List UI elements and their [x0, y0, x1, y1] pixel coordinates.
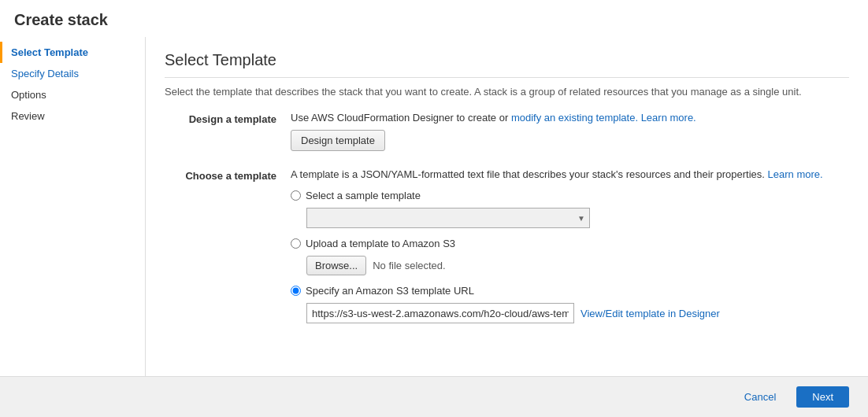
sample-template-option-label[interactable]: Select a sample template	[306, 190, 421, 201]
page-title: Create stack	[0, 0, 868, 37]
sidebar-item-select-template[interactable]: Select Template	[0, 42, 145, 63]
choose-template-desc: A template is a JSON/YAML-formatted text…	[291, 168, 849, 180]
s3url-template-option-label[interactable]: Specify an Amazon S3 template URL	[306, 285, 474, 297]
design-template-label: Design a template	[165, 112, 291, 151]
main-description: Select the template that describes the s…	[165, 86, 849, 98]
view-edit-template-link[interactable]: View/Edit template in Designer	[581, 308, 720, 319]
s3-url-input[interactable]	[306, 303, 574, 323]
choose-template-row: Choose a template A template is a JSON/Y…	[165, 168, 849, 323]
sidebar-item-specify-details[interactable]: Specify Details	[0, 63, 145, 84]
footer: Cancel Next	[0, 376, 868, 417]
sidebar: Select Template Specify Details Options …	[0, 37, 146, 413]
modify-existing-link[interactable]: modify an existing template.	[511, 112, 638, 124]
cancel-button[interactable]: Cancel	[732, 386, 788, 408]
no-file-selected-text: No file selected.	[373, 260, 446, 271]
design-template-button[interactable]: Design template	[291, 130, 385, 151]
design-learn-more-link[interactable]: Learn more.	[641, 112, 696, 124]
sample-template-option: Select a sample template	[291, 190, 849, 201]
s3url-template-radio[interactable]	[291, 286, 301, 296]
choose-template-label: Choose a template	[165, 168, 291, 323]
design-template-desc: Use AWS CloudFormation Designer to creat…	[291, 112, 849, 124]
sample-template-radio[interactable]	[291, 190, 301, 201]
choose-learn-more-link[interactable]: Learn more.	[768, 168, 823, 180]
browse-button[interactable]: Browse...	[306, 256, 366, 275]
main-section-title: Select Template	[165, 51, 849, 78]
choose-template-content: A template is a JSON/YAML-formatted text…	[291, 168, 849, 323]
next-button[interactable]: Next	[796, 386, 849, 408]
s3url-template-option: Specify an Amazon S3 template URL	[291, 285, 849, 297]
main-content: Select Template Select the template that…	[146, 37, 868, 413]
upload-template-radio[interactable]	[291, 238, 301, 249]
browse-row: Browse... No file selected.	[306, 256, 849, 275]
sidebar-item-review[interactable]: Review	[0, 105, 145, 127]
s3-url-row: View/Edit template in Designer	[306, 303, 849, 323]
design-template-row: Design a template Use AWS CloudFormation…	[165, 112, 849, 151]
sample-template-select[interactable]	[306, 208, 590, 228]
design-template-content: Use AWS CloudFormation Designer to creat…	[291, 112, 849, 151]
upload-template-option-label[interactable]: Upload a template to Amazon S3	[306, 238, 455, 249]
upload-template-option: Upload a template to Amazon S3	[291, 238, 849, 249]
sample-template-select-wrapper: ▼	[306, 208, 590, 228]
sidebar-item-options[interactable]: Options	[0, 84, 145, 105]
